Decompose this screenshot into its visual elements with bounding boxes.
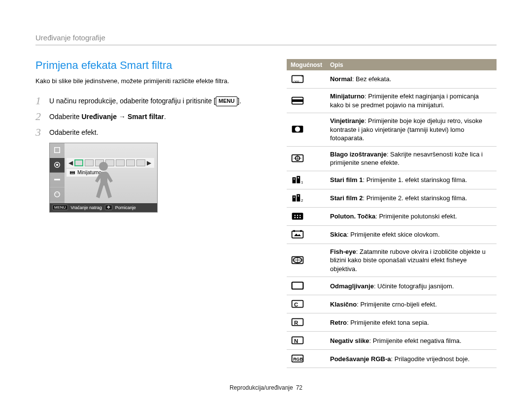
page-header: Uređivanje fotografije [35, 33, 497, 45]
svg-rect-44 [292, 282, 303, 289]
option-icon: ✕OFF [287, 70, 326, 89]
side-toolbar [50, 143, 65, 203]
svg-point-28 [298, 195, 299, 197]
option-description: Stari film 2: Primijenite 2. efekt stari… [326, 189, 497, 207]
move-key-icon: ✥ [105, 205, 112, 210]
step-number-3: 3 [35, 127, 49, 138]
option-name: Minijaturno [330, 93, 365, 100]
step-1-text: U načinu reprodukcije, odaberite fotogra… [49, 95, 241, 106]
svg-point-15 [295, 127, 300, 132]
right-column: Mogućnost Opis ✕OFFNormal: Bez efekata.M… [287, 59, 497, 368]
svg-point-36 [299, 217, 301, 218]
thumb-selected [74, 159, 83, 166]
svg-text:C: C [294, 302, 298, 308]
option-name: Skica [330, 231, 347, 238]
option-description: Normal: Bez efekata. [326, 70, 497, 89]
option-description: Poluton. Točka: Primijenite polutonski e… [326, 207, 497, 225]
svg-text:R: R [294, 320, 298, 326]
options-table: Mogućnost Opis ✕OFFNormal: Bez efekata.M… [287, 59, 497, 368]
table-row: 2Stari film 2: Primijenite 2. efekt star… [287, 189, 497, 207]
step-2-text: Odaberite Uređivanje→Smart filtar. [49, 111, 166, 122]
camera-footer-bar: MENU Vraćanje natrag ✥ Pomicanje [50, 203, 157, 212]
person-silhouette-icon [86, 159, 121, 203]
option-icon [287, 146, 326, 171]
option-icon [287, 89, 326, 113]
filter-icon [50, 158, 65, 173]
option-name: Vinjetiranje [330, 117, 365, 124]
crop-icon [50, 143, 65, 158]
table-row: Odmagljivanje: Učinite fotografiju jasni… [287, 277, 497, 295]
thumb [126, 159, 135, 166]
option-description: Vinjetiranje: Primijenite boje koje djel… [326, 113, 497, 147]
intro-text: Kako bi slike bile jedinstvene, možete p… [35, 77, 267, 86]
option-icon: RGB [287, 350, 326, 368]
adjust-icon [50, 173, 65, 187]
col-description: Opis [326, 59, 497, 70]
svg-point-23 [298, 177, 299, 179]
svg-rect-13 [292, 99, 303, 101]
table-row: Minijaturno: Primijenite efekt naginjanj… [287, 89, 497, 113]
table-row: Fish-eye: Zatamnite rubove okvira i izob… [287, 244, 497, 277]
svg-text:OFF: OFF [293, 80, 299, 83]
svg-point-31 [294, 215, 296, 216]
option-name: Retro [330, 319, 347, 326]
option-description: Stari film 1: Primijenite 1. efekt stari… [326, 171, 497, 189]
step-3-text: Odaberite efekt. [49, 127, 99, 138]
table-row: Blago izoštravanje: Sakrijte nesavršenos… [287, 146, 497, 171]
option-description: Podešavanje RGB-a: Prilagodite vrijednos… [326, 350, 497, 368]
option-icon [287, 207, 326, 225]
prev-arrow-icon: ◀ [68, 159, 73, 166]
svg-point-32 [297, 215, 299, 216]
option-description: Klasično: Primijenite crno-bijeli efekt. [326, 295, 497, 313]
svg-point-22 [294, 178, 295, 180]
svg-point-34 [294, 217, 296, 218]
table-row: Vinjetiranje: Primijenite boje koje djel… [287, 113, 497, 147]
svg-rect-37 [292, 231, 303, 238]
menu-key-icon: MENU [52, 205, 68, 210]
option-icon: N [287, 332, 326, 350]
option-description: Skica: Primijenite efekt skice olovkom. [326, 225, 497, 244]
section-title: Primjena efekata Smart filtra [35, 59, 267, 72]
option-description: Odmagljivanje: Učinite fotografiju jasni… [326, 277, 497, 295]
face-icon [50, 187, 65, 202]
miniature-icon [69, 170, 75, 176]
option-name: Podešavanje RGB-a [330, 355, 391, 363]
option-icon: C [287, 295, 326, 313]
svg-text:N: N [294, 338, 298, 344]
option-icon: R [287, 313, 326, 332]
camera-screenshot: ◀ ▶ Minijaturno [49, 143, 158, 213]
table-row: Poluton. Točka: Primijenite polutonski e… [287, 207, 497, 225]
svg-text:1: 1 [301, 180, 303, 184]
option-description: Blago izoštravanje: Sakrijte nesavršenos… [326, 146, 497, 171]
svg-rect-3 [54, 179, 60, 181]
table-row: Skica: Primijenite efekt skice olovkom. [287, 225, 497, 244]
svg-point-5 [56, 193, 57, 194]
svg-rect-20 [293, 177, 296, 183]
option-icon: 2 [287, 189, 326, 207]
svg-text:2: 2 [301, 198, 303, 202]
option-name: Odmagljivanje [330, 282, 374, 290]
option-name: Negativ slike [330, 337, 369, 344]
step-number-2: 2 [35, 111, 49, 122]
next-arrow-icon: ▶ [147, 159, 151, 166]
col-option: Mogućnost [287, 59, 326, 70]
table-row: NNegativ slike: Primijenite efekt negati… [287, 332, 497, 350]
option-description: Minijaturno: Primijenite efekt naginjanj… [326, 89, 497, 113]
option-description: Negativ slike: Primijenite efekt negativ… [326, 332, 497, 350]
option-name: Poluton. Točka [330, 213, 375, 220]
table-row: 1Stari film 1: Primijenite 1. efekt star… [287, 171, 497, 189]
menu-button-icon: MENU [216, 96, 237, 106]
option-icon [287, 113, 326, 147]
option-name: Stari film 1 [330, 176, 363, 184]
table-row: CKlasično: Primijenite crno-bijeli efekt… [287, 295, 497, 313]
option-name: Blago izoštravanje [330, 151, 387, 158]
page-footer: Reprodukcija/uređivanje72 [0, 384, 532, 391]
option-description: Retro: Primijenite efekt tona sepia. [326, 313, 497, 332]
svg-rect-39 [300, 230, 302, 232]
svg-point-33 [299, 215, 301, 216]
table-row: RRetro: Primijenite efekt tona sepia. [287, 313, 497, 332]
svg-point-6 [58, 193, 59, 194]
thumb [136, 159, 145, 166]
option-name: Normal [330, 75, 352, 83]
svg-rect-8 [70, 172, 75, 173]
